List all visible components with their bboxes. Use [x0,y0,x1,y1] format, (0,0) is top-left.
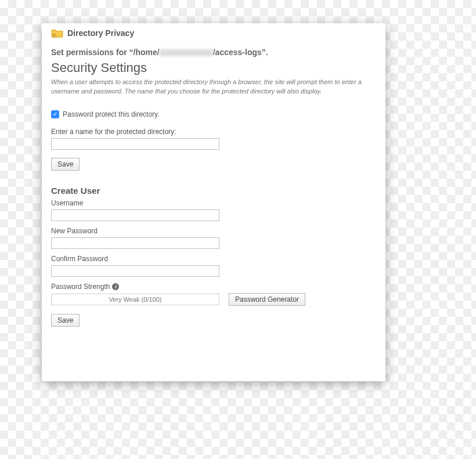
password-protect-label: Password protect this directory. [63,110,160,118]
password-strength-row: Very Weak (0/100) Password Generator [51,293,376,306]
username-input[interactable] [51,209,219,221]
security-description: When a user attempts to access the prote… [51,78,376,96]
username-label: Username [51,199,376,207]
directory-name-label: Enter a name for the protected directory… [51,128,376,136]
security-settings-heading: Security Settings [51,60,376,75]
folder-lock-icon [51,28,64,38]
password-generator-button[interactable]: Password Generator [229,293,305,306]
directory-name-input[interactable] [51,138,219,150]
create-user-heading: Create User [51,186,376,196]
password-protect-row: ✓ Password protect this directory. [51,110,376,118]
permissions-heading: Set permissions for “/home//access-logs”… [51,48,376,57]
confirm-password-input[interactable] [51,265,219,277]
permissions-suffix: /access-logs”. [213,48,268,57]
svg-rect-1 [54,35,55,37]
create-user-save-button[interactable]: Save [51,314,80,327]
redacted-path-segment [160,49,213,56]
password-protect-checkbox[interactable]: ✓ [51,110,59,118]
confirm-password-label: Confirm Password [51,255,376,263]
password-strength-label: Password Strength [51,283,110,291]
password-strength-meter: Very Weak (0/100) [51,294,219,305]
directory-privacy-panel: Directory Privacy Set permissions for “/… [42,23,385,381]
new-password-input[interactable] [51,237,219,249]
new-password-label: New Password [51,227,376,235]
permissions-prefix: Set permissions for “/home/ [51,48,160,57]
password-strength-label-row: Password Strength i [51,283,376,291]
panel-header: Directory Privacy [51,28,376,38]
save-button[interactable]: Save [51,158,80,171]
panel-title: Directory Privacy [67,28,134,38]
info-icon[interactable]: i [112,283,119,290]
